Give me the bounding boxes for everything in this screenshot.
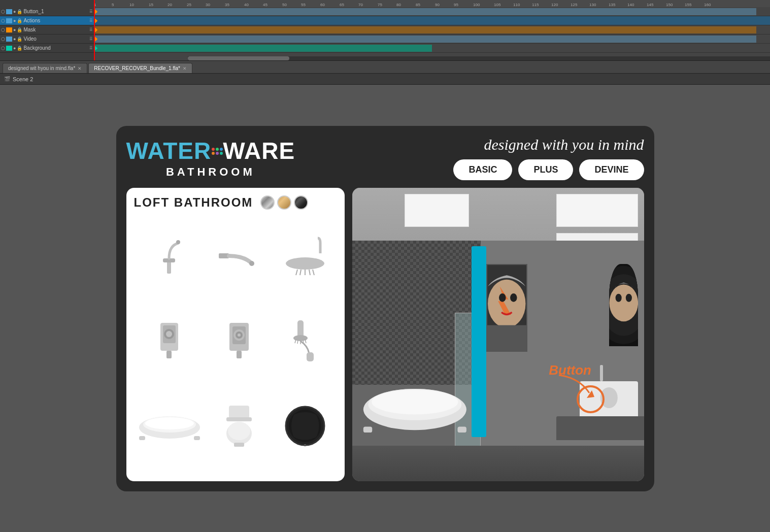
ruler-mark: 110 <box>513 3 520 7</box>
art-piece-1 <box>486 264 527 352</box>
swatch-gold[interactable] <box>277 195 291 210</box>
ruler-mark: 125 <box>571 3 577 7</box>
bathroom-photo-panel: Button <box>352 188 644 481</box>
svg-rect-57 <box>457 427 466 433</box>
product-trim-valve[interactable] <box>208 300 271 382</box>
art-piece-2 <box>609 264 639 346</box>
lock-icon[interactable]: 🔒 <box>17 37 22 42</box>
product-wall-spout[interactable] <box>208 215 271 297</box>
lock-icon[interactable]: 🔒 <box>17 18 22 23</box>
layer-actions[interactable]: ⬡ ● 🔒 Actions ⠿ <box>0 16 94 25</box>
product-square-valve[interactable] <box>134 300 205 382</box>
ceiling-light-2 <box>556 194 638 227</box>
dot-red <box>212 148 215 151</box>
ruler-mark: 140 <box>627 3 634 7</box>
eye-icon[interactable]: ● <box>13 18 16 23</box>
svg-rect-0 <box>167 261 171 274</box>
product-toilet[interactable] <box>208 385 271 468</box>
ruler-mark: 105 <box>494 3 500 7</box>
ruler-mark: 50 <box>282 3 287 7</box>
svg-point-52 <box>625 293 631 302</box>
svg-point-51 <box>615 293 621 302</box>
eye-icon[interactable]: ● <box>13 46 16 51</box>
layer-type-icon: ⬡ <box>1 9 5 14</box>
timeline-scrollbar[interactable] <box>188 56 770 60</box>
toilet-svg <box>221 403 257 449</box>
ruler-mark: 5 <box>112 3 114 7</box>
layer-button1[interactable]: ⬡ ● 🔒 Button_1 ⠿ <box>0 7 94 16</box>
tab-close-fla1[interactable]: ✕ <box>78 66 82 71</box>
ruler-mark: 100 <box>473 3 480 7</box>
package-buttons-group: BASIC PLUS DEVINE <box>453 159 644 180</box>
layer-background[interactable]: ⬡ ● 🔒 Background ⠿ <box>0 44 94 53</box>
product-shower-kit[interactable] <box>274 300 337 382</box>
dots-row1 <box>212 148 223 151</box>
ruler-mark: 130 <box>589 3 596 7</box>
ruler-mark: 145 <box>647 3 653 7</box>
lock-icon[interactable]: 🔒 <box>17 27 22 32</box>
svg-line-6 <box>296 270 297 275</box>
lock-icon[interactable]: 🔒 <box>17 9 22 14</box>
art-svg-2 <box>609 264 639 346</box>
timeline-tracks <box>94 7 770 60</box>
panel-title: LOFT BATHROOM <box>134 195 253 210</box>
dots-container <box>212 148 223 155</box>
svg-rect-21 <box>237 351 242 358</box>
timeline-ruler: 1 5 10 15 20 25 30 35 40 45 50 55 60 65 … <box>94 0 770 7</box>
ruler-mark: 85 <box>416 3 420 7</box>
swatch-matte-black[interactable] <box>294 195 308 210</box>
svg-line-25 <box>297 340 298 344</box>
product-basin-faucet[interactable] <box>134 215 205 297</box>
svg-point-46 <box>510 293 517 302</box>
ruler-mark: 95 <box>454 3 458 7</box>
layer-type-icon: ⬡ <box>1 37 5 42</box>
plus-button[interactable]: PLUS <box>518 159 573 180</box>
tab-label-fla1: designed wit hyou in mind.fla* <box>8 65 75 71</box>
layer-name-actions: Actions <box>23 18 89 23</box>
ruler-mark: 160 <box>704 3 711 7</box>
layer-video[interactable]: ⬡ ● 🔒 Video ⠿ <box>0 35 94 44</box>
dots-row2 <box>212 152 223 155</box>
logo-text-row: WATER <box>126 137 295 164</box>
product-panel: LOFT BATHROOM <box>126 188 345 481</box>
ruler-mark: 30 <box>206 3 210 7</box>
ruler-mark: 135 <box>609 3 615 7</box>
tab-close-fla2[interactable]: ✕ <box>183 66 187 71</box>
scene-bar: 🎬 Scene 2 <box>0 74 770 85</box>
ruler-mark: 20 <box>168 3 172 7</box>
square-valve-svg <box>155 320 183 361</box>
eye-icon[interactable]: ● <box>13 27 16 32</box>
layer-type-icon: ⬡ <box>1 46 5 51</box>
ruler-mark: 90 <box>435 3 440 7</box>
ruler-marks: 1 5 10 15 20 25 30 35 40 45 50 55 60 65 … <box>94 0 770 7</box>
tab-fla2[interactable]: RECOVER_RECOVER_Bundle_1.fla* ✕ <box>88 63 192 73</box>
basin-faucet-svg <box>153 236 186 276</box>
layer-color-indicator <box>6 37 12 42</box>
lock-icon[interactable]: 🔒 <box>17 46 22 51</box>
svg-line-9 <box>300 270 301 275</box>
product-bathtub[interactable] <box>134 385 205 468</box>
scrollbar-thumb[interactable] <box>188 56 289 60</box>
svg-point-45 <box>499 293 506 302</box>
swatch-chrome[interactable] <box>260 195 275 210</box>
ruler-mark: 80 <box>396 3 401 7</box>
timeline-layers: ⬡ ● 🔒 Button_1 ⠿ ⬡ ● 🔒 Actions ⠿ ⬡ ● 🔒 M… <box>0 7 94 60</box>
eye-icon[interactable]: ● <box>13 9 16 14</box>
trim-valve-svg <box>225 320 253 361</box>
ruler-mark: 150 <box>666 3 673 7</box>
layer-mask[interactable]: ⬡ ● 🔒 Mask ⠿ <box>0 25 94 35</box>
eye-icon[interactable]: ● <box>13 37 16 42</box>
product-round-mirror[interactable] <box>274 385 337 468</box>
svg-point-55 <box>372 390 458 414</box>
rain-shower-svg <box>282 236 328 276</box>
ruler-mark: 40 <box>244 3 249 7</box>
svg-rect-35 <box>229 406 249 418</box>
art-svg-1 <box>487 265 526 351</box>
svg-point-32 <box>145 417 194 429</box>
devine-button[interactable]: DEVINE <box>579 159 644 180</box>
ruler-mark: 60 <box>320 3 325 7</box>
product-rain-shower[interactable] <box>274 215 337 297</box>
basic-button[interactable]: BASIC <box>453 159 512 180</box>
tab-fla1[interactable]: designed wit hyou in mind.fla* ✕ <box>3 63 87 73</box>
scene-bathtub-svg <box>361 363 469 446</box>
